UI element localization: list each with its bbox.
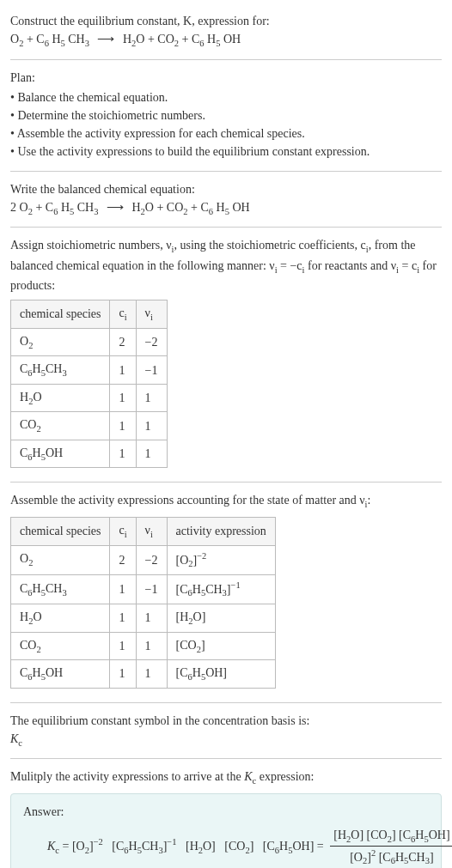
table-row: O2 2 −2 [O2]−2 <box>11 545 276 574</box>
col-vi: νi <box>136 518 167 546</box>
divider <box>10 171 442 172</box>
multiply-line: Mulitply the activity expressions to arr… <box>10 768 442 788</box>
balanced-label: Write the balanced chemical equation: <box>10 180 442 198</box>
table-row: C6H5OH 1 1 [C6H5OH] <box>11 660 276 689</box>
reaction-arrow-icon: ⟶ <box>92 33 119 46</box>
activity-intro: Assemble the activity expressions accoun… <box>10 491 442 512</box>
plan-label: Plan: <box>10 69 442 87</box>
fraction-denominator: [O2]2 [C6H5CH3] <box>330 847 452 868</box>
table-header-row: chemical species ci νi activity expressi… <box>11 518 276 546</box>
multiply-block: Mulitply the activity expressions to arr… <box>10 762 442 868</box>
col-species: chemical species <box>11 518 110 546</box>
divider <box>10 227 442 228</box>
intro-line1: Construct the equilibrium constant, K, e… <box>10 12 442 30</box>
plan-item: Use the activity expressions to build th… <box>10 143 442 161</box>
balanced-equation: 2 O2 + C6 H5 CH3 ⟶ H2O + CO2 + C6 H5 OH <box>10 198 442 219</box>
answer-label: Answer: <box>23 803 429 821</box>
divider <box>10 482 442 483</box>
divider <box>10 59 442 60</box>
divider <box>10 702 442 703</box>
table-row: H2O 1 1 [H2O] <box>11 604 276 632</box>
stoich-table: chemical species ci νi O2 2 −2 C6H5CH3 1… <box>10 300 168 468</box>
answer-equation: Kc = [O2]−2 [C6H5CH3]−1 [H2O] [CO2] [C6H… <box>23 826 429 868</box>
reaction-arrow-icon: ⟶ <box>101 201 129 214</box>
table-row: C6H5OH 1 1 <box>11 440 168 468</box>
table-row: C6H5CH3 1 −1 <box>11 356 168 385</box>
table-row: O2 2 −2 <box>11 328 168 356</box>
plan-block: Plan: Balance the chemical equation. Det… <box>10 64 442 167</box>
intro-equation: O2 + C6 H5 CH3 ⟶ H2O + CO2 + C6 H5 OH <box>10 30 442 51</box>
answer-box: Answer: Kc = [O2]−2 [C6H5CH3]−1 [H2O] [C… <box>10 793 442 868</box>
kc-symbol: Kc <box>10 730 442 750</box>
intro-block: Construct the equilibrium constant, K, e… <box>10 7 442 56</box>
stoich-block: Assign stoichiometric numbers, νi, using… <box>10 231 442 478</box>
species-o2: O <box>10 33 19 46</box>
table-row: C6H5CH3 1 −1 [C6H5CH3]−1 <box>11 574 276 604</box>
col-activity: activity expression <box>167 518 275 546</box>
balanced-block: Write the balanced chemical equation: 2 … <box>10 175 442 224</box>
table-header-row: chemical species ci νi <box>11 300 168 329</box>
activity-table: chemical species ci νi activity expressi… <box>10 517 276 689</box>
table-row: CO2 1 1 [CO2] <box>11 632 276 660</box>
plan-list: Balance the chemical equation. Determine… <box>10 88 442 161</box>
activity-block: Assemble the activity expressions accoun… <box>10 486 442 698</box>
plan-item: Assemble the activity expression for eac… <box>10 124 442 143</box>
kc-symbol-block: The equilibrium constant symbol in the c… <box>10 707 442 756</box>
plan-item: Determine the stoichiometric numbers. <box>10 106 442 124</box>
col-vi: νi <box>136 300 167 329</box>
plan-item: Balance the chemical equation. <box>10 88 442 106</box>
col-species: chemical species <box>11 300 110 329</box>
col-ci: ci <box>110 300 136 329</box>
fraction-numerator: [H2O] [CO2] [C6H5OH] <box>330 826 452 847</box>
stoich-intro: Assign stoichiometric numbers, νi, using… <box>10 236 442 294</box>
table-row: CO2 1 1 <box>11 412 168 440</box>
table-row: H2O 1 1 <box>11 384 168 412</box>
fraction: [H2O] [CO2] [C6H5OH] [O2]2 [C6H5CH3] <box>330 826 452 868</box>
col-ci: ci <box>110 518 136 546</box>
kc-symbol-line: The equilibrium constant symbol in the c… <box>10 712 442 730</box>
divider <box>10 758 442 759</box>
